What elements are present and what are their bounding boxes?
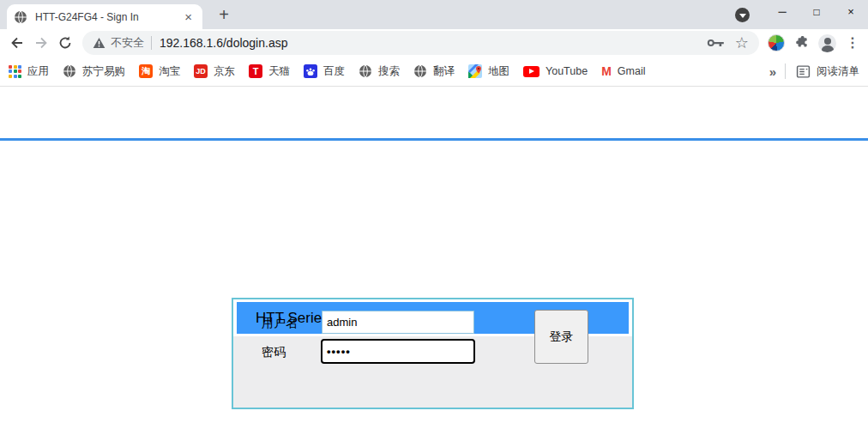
login-button[interactable]: 登录	[534, 310, 588, 364]
login-panel: HTT Series Switch 用户名 admin 密码 ••••• 登录	[232, 298, 634, 409]
password-label: 密码	[262, 345, 286, 360]
bookmark-jd[interactable]: JD 京东	[194, 64, 235, 79]
bookmark-translate[interactable]: 翻译	[413, 64, 455, 79]
username-label: 用户名	[262, 316, 298, 331]
maps-icon	[468, 64, 482, 78]
baidu-paw-icon	[304, 64, 317, 78]
bookmark-label: 淘宝	[159, 64, 180, 79]
bookmarks-overflow-chevron-icon[interactable]: »	[769, 64, 776, 79]
close-window-button[interactable]: ×	[834, 0, 868, 26]
reading-list-icon	[796, 64, 811, 79]
window-controls: ─ □ ×	[765, 0, 868, 26]
bookmark-maps[interactable]: 地图	[468, 64, 509, 79]
bookmark-label: 翻译	[433, 64, 455, 79]
page-top-rule	[0, 138, 868, 141]
password-key-icon[interactable]	[707, 37, 725, 49]
bookmark-search[interactable]: 搜索	[359, 64, 400, 79]
idm-extension-icon[interactable]	[768, 34, 785, 51]
bookmark-youtube[interactable]: YouTube	[523, 65, 588, 77]
tab-close-icon[interactable]: ×	[181, 9, 196, 25]
bookmarks-bar: 应用 苏宁易购 淘 淘宝 JD 京东 T 天猫 百度 搜索	[0, 57, 868, 87]
back-button[interactable]	[5, 31, 29, 55]
globe-icon	[359, 64, 372, 78]
globe-icon	[413, 64, 427, 78]
navigation-toolbar: 不安全 192.168.1.6/dologin.asp ☆ ⋮	[0, 29, 868, 57]
bookmark-label: 苏宁易购	[82, 64, 125, 79]
bookmark-label: 百度	[323, 64, 345, 79]
reload-icon	[57, 35, 73, 51]
new-tab-button[interactable]: +	[213, 4, 235, 27]
bookmark-gmail[interactable]: M Gmail	[601, 65, 645, 77]
password-input[interactable]: •••••	[321, 339, 475, 364]
chrome-menu-icon[interactable]: ⋮	[846, 36, 859, 50]
reading-list-label: 阅读清单	[817, 64, 859, 79]
minimize-button[interactable]: ─	[765, 0, 799, 26]
maximize-button[interactable]: □	[799, 0, 834, 26]
bookmark-label: 搜索	[378, 64, 400, 79]
download-indicator-icon[interactable]	[735, 8, 750, 22]
not-secure-warning-icon[interactable]	[93, 37, 105, 49]
address-bar[interactable]: 不安全 192.168.1.6/dologin.asp ☆	[82, 31, 759, 55]
jd-icon: JD	[194, 64, 208, 78]
back-arrow-icon	[9, 35, 25, 51]
url-text[interactable]: 192.168.1.6/dologin.asp	[160, 36, 707, 50]
tmall-icon: T	[249, 64, 262, 78]
taobao-icon: 淘	[139, 64, 153, 78]
extensions-puzzle-icon[interactable]	[794, 36, 809, 51]
bookmark-tmall[interactable]: T 天猫	[249, 64, 290, 79]
bookmark-label: 京东	[214, 64, 235, 79]
apps-grid-icon	[9, 65, 21, 78]
page-content: HTT Series Switch 用户名 admin 密码 ••••• 登录	[0, 88, 868, 441]
forward-button[interactable]	[29, 31, 53, 55]
omnibox-divider	[151, 36, 152, 50]
bookmark-star-icon[interactable]: ☆	[735, 35, 749, 51]
bookmark-label: 地图	[488, 64, 509, 79]
bookmark-label: 天猫	[268, 64, 290, 79]
toolbar-right: ⋮	[764, 34, 863, 52]
reload-button[interactable]	[53, 31, 77, 55]
bookmark-taobao[interactable]: 淘 淘宝	[139, 64, 180, 79]
tab-title: HTT-G24FG4 - Sign In	[35, 11, 181, 23]
gmail-m-icon: M	[601, 65, 612, 77]
bookmark-baidu[interactable]: 百度	[304, 64, 345, 79]
forward-arrow-icon	[33, 35, 49, 51]
profile-avatar[interactable]	[818, 34, 836, 52]
bookmark-label: YouTube	[546, 65, 588, 77]
tab-strip: HTT-G24FG4 - Sign In × + ─ □ ×	[0, 0, 868, 29]
username-input[interactable]: admin	[322, 311, 474, 334]
bookmark-label: Gmail	[618, 65, 646, 77]
globe-icon	[63, 64, 76, 78]
reading-list-button[interactable]: 阅读清单	[796, 64, 859, 79]
bookmark-label: 应用	[27, 64, 49, 79]
youtube-play-icon	[523, 66, 539, 77]
security-label: 不安全	[111, 35, 144, 51]
bookmark-suning[interactable]: 苏宁易购	[63, 64, 125, 79]
browser-tab[interactable]: HTT-G24FG4 - Sign In ×	[7, 4, 202, 29]
bookmarks-divider	[785, 63, 786, 79]
bookmark-apps[interactable]: 应用	[9, 64, 49, 79]
tab-favicon-globe-icon	[14, 10, 27, 24]
